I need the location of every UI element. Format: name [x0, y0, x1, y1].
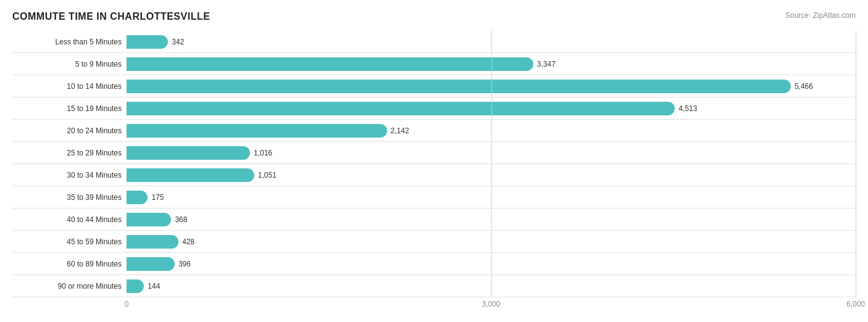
bar-value-label: 342: [172, 38, 184, 46]
bar-value-label: 368: [175, 215, 187, 224]
chart-container: COMMUTE TIME IN CHARLOTTESVILLE Source: …: [0, 0, 868, 322]
bar-label: Less than 5 Minutes: [12, 38, 127, 46]
bar-area: 1,051: [127, 164, 856, 186]
bar-value-label: 1,051: [258, 171, 277, 180]
bar-value-label: 1,016: [254, 149, 272, 157]
chart-body: Less than 5 Minutes3425 to 9 Minutes3,34…: [12, 31, 856, 297]
bar-area: 5,466: [127, 75, 856, 97]
bar-fill: [127, 102, 675, 115]
x-axis-tick: 3,000: [482, 300, 500, 308]
x-axis-tick: 6,000: [846, 300, 865, 308]
grid-line: [491, 164, 492, 186]
bar-row: Less than 5 Minutes342: [12, 31, 856, 53]
bar-fill: [127, 124, 387, 138]
bar-area: 3,347: [127, 53, 856, 75]
bar-label: 45 to 59 Minutes: [12, 237, 127, 246]
bar-label: 60 to 89 Minutes: [12, 260, 127, 268]
bar-row: 20 to 24 Minutes2,142: [12, 120, 856, 142]
chart-title: COMMUTE TIME IN CHARLOTTESVILLE: [12, 11, 210, 22]
bar-row: 10 to 14 Minutes5,466: [12, 75, 856, 97]
bar-area: 396: [127, 253, 856, 275]
bar-row: 40 to 44 Minutes368: [12, 208, 856, 231]
bar-value-label: 428: [182, 237, 194, 246]
bar-fill: [127, 168, 254, 182]
bar-value-label: 144: [148, 282, 160, 291]
grid-line: [856, 53, 856, 75]
grid-line: [856, 231, 856, 252]
x-axis: 03,0006,000: [127, 300, 856, 312]
bar-fill: [127, 80, 791, 93]
bar-label: 15 to 19 Minutes: [12, 104, 127, 113]
bar-label: 20 to 24 Minutes: [12, 126, 127, 135]
chart-source: Source: ZipAtlas.com: [785, 11, 856, 20]
bar-label: 30 to 34 Minutes: [12, 171, 127, 180]
grid-line: [856, 253, 856, 275]
bar-row: 30 to 34 Minutes1,051: [12, 164, 856, 186]
bar-fill: [127, 257, 175, 271]
bar-row: 60 to 89 Minutes396: [12, 253, 856, 275]
bar-label: 35 to 39 Minutes: [12, 193, 127, 202]
grid-line: [856, 186, 856, 208]
bar-row: 45 to 59 Minutes428: [12, 231, 856, 253]
bar-area: 428: [127, 231, 856, 252]
bar-area: 342: [127, 31, 856, 52]
bar-fill: [127, 279, 144, 293]
bar-fill: [127, 191, 148, 204]
grid-line: [856, 142, 856, 163]
grid-line: [491, 97, 492, 119]
bar-value-label: 396: [178, 260, 191, 268]
bar-area: 2,142: [127, 120, 856, 141]
bar-label: 40 to 44 Minutes: [12, 215, 127, 224]
bar-label: 25 to 29 Minutes: [12, 149, 127, 157]
bar-row: 90 or more Minutes144: [12, 275, 856, 297]
bar-label: 90 or more Minutes: [12, 282, 127, 291]
bar-label: 10 to 14 Minutes: [12, 82, 127, 91]
grid-line: [856, 97, 856, 119]
bar-label: 5 to 9 Minutes: [12, 60, 127, 68]
bar-area: 175: [127, 186, 856, 208]
grid-line: [491, 53, 492, 75]
grid-line: [491, 253, 492, 275]
grid-line: [491, 31, 492, 52]
bar-area: 368: [127, 208, 856, 230]
grid-line: [856, 164, 856, 186]
chart-header: COMMUTE TIME IN CHARLOTTESVILLE Source: …: [12, 11, 856, 22]
bar-row: 25 to 29 Minutes1,016: [12, 142, 856, 164]
bar-row: 5 to 9 Minutes3,347: [12, 53, 856, 75]
bar-fill: [127, 146, 250, 160]
bar-area: 4,513: [127, 97, 856, 119]
bar-value-label: 175: [151, 193, 164, 202]
grid-line: [856, 31, 856, 52]
bar-row: 35 to 39 Minutes175: [12, 186, 856, 208]
grid-line: [856, 75, 856, 97]
bar-fill: [127, 213, 171, 226]
bar-area: 144: [127, 275, 856, 297]
grid-line: [491, 208, 492, 230]
grid-line: [491, 275, 492, 297]
grid-line: [491, 75, 492, 97]
x-axis-tick: 0: [125, 300, 129, 308]
bar-fill: [127, 57, 533, 71]
grid-line: [856, 275, 856, 297]
grid-line: [856, 120, 856, 141]
grid-line: [491, 231, 492, 252]
grid-line: [491, 120, 492, 141]
bar-value-label: 5,466: [795, 82, 813, 91]
grid-line: [491, 142, 492, 163]
bar-value-label: 4,513: [678, 104, 697, 113]
grid-line: [491, 186, 492, 208]
grid-line: [856, 208, 856, 230]
bar-value-label: 3,347: [537, 60, 556, 68]
bar-fill: [127, 235, 178, 249]
bar-fill: [127, 35, 168, 49]
bar-area: 1,016: [127, 142, 856, 163]
bar-value-label: 2,142: [391, 126, 409, 135]
bar-row: 15 to 19 Minutes4,513: [12, 97, 856, 120]
